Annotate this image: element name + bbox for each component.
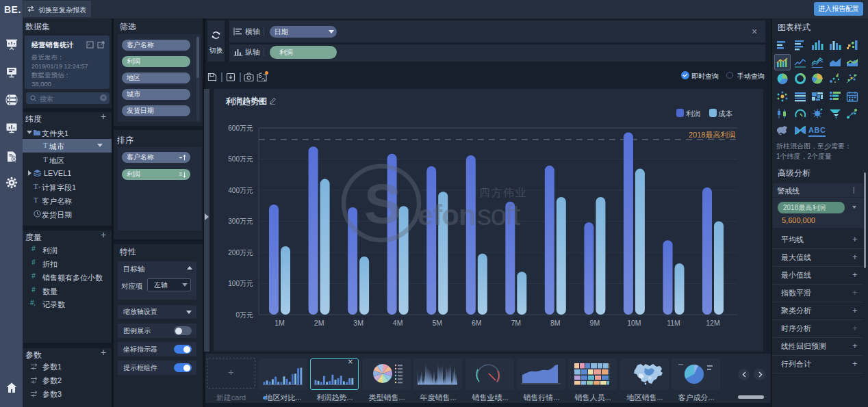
svg-text:7M: 7M <box>511 319 522 327</box>
svg-text:0万元: 0万元 <box>235 311 253 319</box>
svg-text:4M: 4M <box>393 319 403 327</box>
svg-text:500万元: 500万元 <box>228 155 253 163</box>
svg-text:12M: 12M <box>706 319 719 327</box>
svg-text:2018最高利润: 2018最高利润 <box>689 131 735 139</box>
svg-text:soft: soft <box>477 199 521 231</box>
svg-text:6M: 6M <box>472 319 482 327</box>
svg-text:100万元: 100万元 <box>228 280 253 287</box>
svg-text:四方伟业: 四方伟业 <box>479 187 527 198</box>
svg-text:S: S <box>364 172 402 235</box>
svg-text:200万元: 200万元 <box>228 249 253 257</box>
svg-text:600万元: 600万元 <box>228 124 253 132</box>
svg-text:2M: 2M <box>314 319 324 327</box>
svg-text:efon: efon <box>418 199 476 231</box>
svg-text:10M: 10M <box>627 319 641 327</box>
svg-text:300万元: 300万元 <box>228 218 253 225</box>
svg-text:5M: 5M <box>432 319 442 327</box>
svg-text:3M: 3M <box>353 319 363 327</box>
svg-text:1M: 1M <box>275 319 285 327</box>
svg-text:400万元: 400万元 <box>228 187 253 194</box>
svg-text:9M: 9M <box>590 319 600 327</box>
svg-text:8M: 8M <box>550 319 561 327</box>
svg-text:11M: 11M <box>667 319 680 327</box>
